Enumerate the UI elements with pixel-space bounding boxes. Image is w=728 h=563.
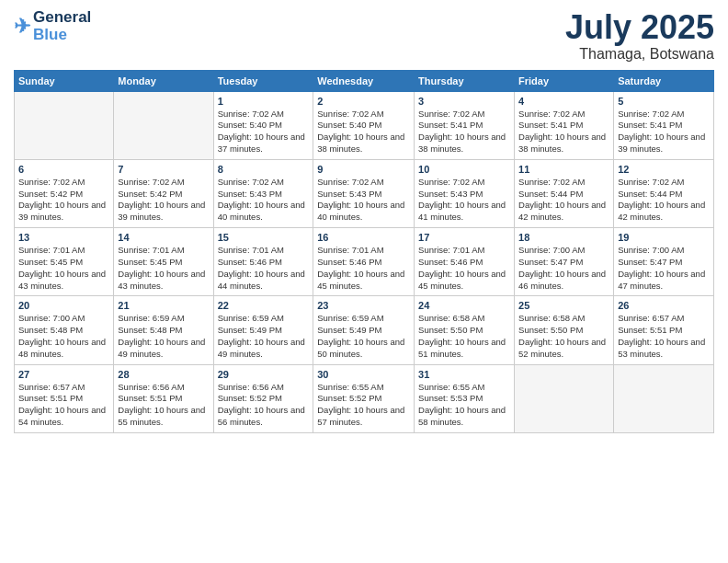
table-row: 4 Sunrise: 7:02 AMSunset: 5:41 PMDayligh… xyxy=(515,91,614,159)
table-row: 14 Sunrise: 7:01 AMSunset: 5:45 PMDaylig… xyxy=(114,228,213,296)
day-number: 4 xyxy=(518,96,609,107)
header-tuesday: Tuesday xyxy=(213,70,313,91)
day-info: Sunrise: 6:58 AMSunset: 5:50 PMDaylight:… xyxy=(418,313,506,358)
table-row: 26 Sunrise: 6:57 AMSunset: 5:51 PMDaylig… xyxy=(614,296,714,364)
table-row: 20 Sunrise: 7:00 AMSunset: 5:48 PMDaylig… xyxy=(15,296,114,364)
day-info: Sunrise: 7:02 AMSunset: 5:43 PMDaylight:… xyxy=(418,177,506,222)
day-info: Sunrise: 6:56 AMSunset: 5:51 PMDaylight:… xyxy=(118,382,205,427)
month-title: July 2025 xyxy=(565,9,714,46)
day-number: 8 xyxy=(218,164,310,175)
table-row: 24 Sunrise: 6:58 AMSunset: 5:50 PMDaylig… xyxy=(415,296,515,364)
table-row: 25 Sunrise: 6:58 AMSunset: 5:50 PMDaylig… xyxy=(515,296,614,364)
day-number: 23 xyxy=(317,300,410,311)
header-saturday: Saturday xyxy=(614,70,714,91)
table-row: 9 Sunrise: 7:02 AMSunset: 5:43 PMDayligh… xyxy=(313,159,415,227)
day-number: 28 xyxy=(118,369,209,380)
logo-icon: ✈ xyxy=(14,15,30,39)
day-info: Sunrise: 7:00 AMSunset: 5:47 PMDaylight:… xyxy=(518,245,606,290)
day-number: 3 xyxy=(418,96,510,107)
table-row: 6 Sunrise: 7:02 AMSunset: 5:42 PMDayligh… xyxy=(15,159,114,227)
day-number: 13 xyxy=(18,232,109,243)
day-info: Sunrise: 7:02 AMSunset: 5:41 PMDaylight:… xyxy=(618,109,705,154)
calendar-header-row: Sunday Monday Tuesday Wednesday Thursday… xyxy=(15,70,714,91)
table-row: 15 Sunrise: 7:01 AMSunset: 5:46 PMDaylig… xyxy=(213,228,313,296)
day-number: 9 xyxy=(317,164,410,175)
day-info: Sunrise: 6:59 AMSunset: 5:48 PMDaylight:… xyxy=(118,313,205,358)
table-row: 19 Sunrise: 7:00 AMSunset: 5:47 PMDaylig… xyxy=(614,228,714,296)
day-number: 7 xyxy=(118,164,209,175)
day-number: 6 xyxy=(18,164,109,175)
day-number: 1 xyxy=(218,96,310,107)
day-info: Sunrise: 6:58 AMSunset: 5:50 PMDaylight:… xyxy=(518,313,606,358)
table-row: 12 Sunrise: 7:02 AMSunset: 5:44 PMDaylig… xyxy=(614,159,714,227)
table-row: 3 Sunrise: 7:02 AMSunset: 5:41 PMDayligh… xyxy=(415,91,515,159)
header-sunday: Sunday xyxy=(15,70,114,91)
table-row: 10 Sunrise: 7:02 AMSunset: 5:43 PMDaylig… xyxy=(415,159,515,227)
day-info: Sunrise: 7:01 AMSunset: 5:45 PMDaylight:… xyxy=(118,245,205,290)
day-number: 31 xyxy=(418,369,510,380)
table-row xyxy=(15,91,114,159)
header: ✈ General Blue July 2025 Thamaga, Botswa… xyxy=(14,9,714,63)
page: ✈ General Blue July 2025 Thamaga, Botswa… xyxy=(0,0,728,563)
table-row: 30 Sunrise: 6:55 AMSunset: 5:52 PMDaylig… xyxy=(313,364,415,432)
day-info: Sunrise: 7:02 AMSunset: 5:42 PMDaylight:… xyxy=(118,177,205,222)
table-row: 21 Sunrise: 6:59 AMSunset: 5:48 PMDaylig… xyxy=(114,296,213,364)
day-info: Sunrise: 7:02 AMSunset: 5:41 PMDaylight:… xyxy=(518,109,606,154)
day-number: 27 xyxy=(18,369,109,380)
header-friday: Friday xyxy=(515,70,614,91)
table-row: 23 Sunrise: 6:59 AMSunset: 5:49 PMDaylig… xyxy=(313,296,415,364)
table-row: 5 Sunrise: 7:02 AMSunset: 5:41 PMDayligh… xyxy=(614,91,714,159)
day-info: Sunrise: 7:02 AMSunset: 5:41 PMDaylight:… xyxy=(418,109,506,154)
header-monday: Monday xyxy=(114,70,213,91)
header-thursday: Thursday xyxy=(415,70,515,91)
day-number: 5 xyxy=(618,96,710,107)
day-info: Sunrise: 7:01 AMSunset: 5:46 PMDaylight:… xyxy=(418,245,506,290)
calendar: Sunday Monday Tuesday Wednesday Thursday… xyxy=(14,70,714,433)
day-number: 14 xyxy=(118,232,209,243)
day-info: Sunrise: 6:59 AMSunset: 5:49 PMDaylight:… xyxy=(317,313,404,358)
day-info: Sunrise: 7:02 AMSunset: 5:43 PMDaylight:… xyxy=(317,177,404,222)
day-info: Sunrise: 7:01 AMSunset: 5:46 PMDaylight:… xyxy=(218,245,305,290)
day-number: 29 xyxy=(218,369,310,380)
day-number: 11 xyxy=(518,164,609,175)
day-number: 25 xyxy=(518,300,609,311)
table-row: 7 Sunrise: 7:02 AMSunset: 5:42 PMDayligh… xyxy=(114,159,213,227)
logo-text-blue: Blue xyxy=(33,27,91,44)
table-row: 16 Sunrise: 7:01 AMSunset: 5:46 PMDaylig… xyxy=(313,228,415,296)
day-info: Sunrise: 7:02 AMSunset: 5:42 PMDaylight:… xyxy=(18,177,106,222)
day-number: 15 xyxy=(218,232,310,243)
day-info: Sunrise: 6:55 AMSunset: 5:53 PMDaylight:… xyxy=(418,382,506,427)
day-info: Sunrise: 7:00 AMSunset: 5:47 PMDaylight:… xyxy=(618,245,705,290)
day-number: 2 xyxy=(317,96,410,107)
day-info: Sunrise: 7:01 AMSunset: 5:45 PMDaylight:… xyxy=(18,245,106,290)
day-info: Sunrise: 7:02 AMSunset: 5:40 PMDaylight:… xyxy=(218,109,305,154)
day-number: 12 xyxy=(618,164,710,175)
day-info: Sunrise: 7:02 AMSunset: 5:43 PMDaylight:… xyxy=(218,177,305,222)
table-row: 8 Sunrise: 7:02 AMSunset: 5:43 PMDayligh… xyxy=(213,159,313,227)
table-row: 28 Sunrise: 6:56 AMSunset: 5:51 PMDaylig… xyxy=(114,364,213,432)
day-info: Sunrise: 6:57 AMSunset: 5:51 PMDaylight:… xyxy=(618,313,705,358)
day-number: 22 xyxy=(218,300,310,311)
table-row xyxy=(515,364,614,432)
day-number: 16 xyxy=(317,232,410,243)
table-row xyxy=(114,91,213,159)
day-info: Sunrise: 6:57 AMSunset: 5:51 PMDaylight:… xyxy=(18,382,106,427)
day-info: Sunrise: 7:01 AMSunset: 5:46 PMDaylight:… xyxy=(317,245,404,290)
day-info: Sunrise: 6:59 AMSunset: 5:49 PMDaylight:… xyxy=(218,313,305,358)
day-number: 20 xyxy=(18,300,109,311)
table-row: 18 Sunrise: 7:00 AMSunset: 5:47 PMDaylig… xyxy=(515,228,614,296)
day-info: Sunrise: 6:55 AMSunset: 5:52 PMDaylight:… xyxy=(317,382,404,427)
day-info: Sunrise: 7:02 AMSunset: 5:44 PMDaylight:… xyxy=(518,177,606,222)
title-area: July 2025 Thamaga, Botswana xyxy=(565,9,714,63)
logo: ✈ General Blue xyxy=(14,9,91,43)
day-number: 30 xyxy=(317,369,410,380)
table-row: 11 Sunrise: 7:02 AMSunset: 5:44 PMDaylig… xyxy=(515,159,614,227)
day-number: 26 xyxy=(618,300,710,311)
day-number: 21 xyxy=(118,300,209,311)
table-row: 17 Sunrise: 7:01 AMSunset: 5:46 PMDaylig… xyxy=(415,228,515,296)
table-row: 27 Sunrise: 6:57 AMSunset: 5:51 PMDaylig… xyxy=(15,364,114,432)
logo-text-general: General xyxy=(33,9,91,27)
day-number: 17 xyxy=(418,232,510,243)
table-row: 31 Sunrise: 6:55 AMSunset: 5:53 PMDaylig… xyxy=(415,364,515,432)
day-number: 24 xyxy=(418,300,510,311)
